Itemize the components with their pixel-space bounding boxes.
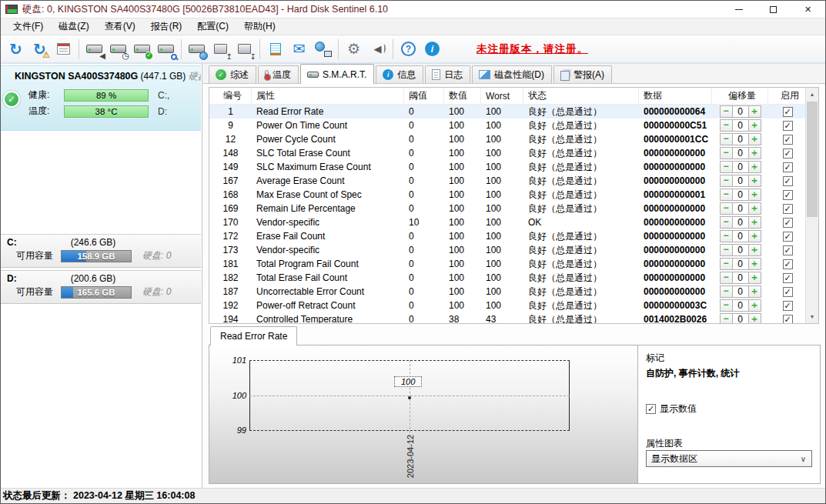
offset-increase-button[interactable]: ＋ [748, 244, 761, 256]
table-scrollbar[interactable]: ▲ ▼ [805, 88, 818, 323]
enabled-checkbox[interactable]: ✓ [783, 121, 793, 131]
scroll-down-icon[interactable]: ▼ [806, 310, 818, 323]
offset-increase-button[interactable]: ＋ [748, 299, 761, 312]
show-values-checkbox[interactable]: ✓ [646, 404, 656, 414]
remove-disk-button[interactable]: ↥ [209, 38, 232, 61]
offset-increase-button[interactable]: ＋ [748, 175, 761, 187]
table-row[interactable]: 172 Erase Fail Count 0 100 100 良好（总是通过） … [209, 229, 818, 243]
offset-decrease-button[interactable]: − [720, 258, 733, 270]
volume-c-card[interactable]: C: (246.6 GB) 可用容量 158.9 GB 硬盘: 0 [1, 234, 201, 268]
col-data[interactable]: 数据 [639, 88, 712, 104]
network-disk-button[interactable] [185, 38, 209, 61]
enabled-checkbox[interactable]: ✓ [783, 107, 793, 117]
offset-increase-button[interactable]: ＋ [748, 202, 761, 215]
table-row[interactable]: 181 Total Program Fail Count 0 100 100 良… [209, 257, 818, 271]
offset-decrease-button[interactable]: − [720, 133, 733, 145]
menu-config[interactable]: 配置(C) [189, 18, 236, 35]
tab-alerts[interactable]: 警报(A) [553, 65, 612, 83]
disk-surface-test-button[interactable] [154, 38, 178, 61]
col-value[interactable]: 数值 [444, 88, 481, 104]
col-status[interactable]: 状态 [523, 88, 639, 104]
table-row[interactable]: 192 Power-off Retract Count 0 100 100 良好… [209, 299, 818, 312]
refresh-warning-button[interactable]: ↻⚠ [28, 38, 52, 61]
offset-increase-button[interactable]: ＋ [748, 119, 761, 132]
offset-decrease-button[interactable]: − [720, 202, 733, 215]
tab-information[interactable]: i信息 [376, 65, 423, 83]
offset-decrease-button[interactable]: − [720, 161, 733, 173]
enabled-checkbox[interactable]: ✓ [783, 287, 793, 297]
help-button[interactable]: ? [396, 38, 420, 61]
settings-button[interactable]: ⚙ [342, 38, 366, 61]
enabled-checkbox[interactable]: ✓ [783, 259, 793, 269]
menu-view[interactable]: 查看(V) [97, 18, 143, 35]
offset-decrease-button[interactable]: − [720, 299, 733, 312]
disk-acoustic-button[interactable]: ◀ [82, 38, 106, 61]
enabled-checkbox[interactable]: ✓ [783, 232, 793, 242]
offset-increase-button[interactable]: ＋ [748, 230, 761, 242]
col-attribute[interactable]: 属性 [252, 88, 404, 104]
table-row[interactable]: 149 SLC Maximum Erase Count 0 100 100 良好… [209, 160, 818, 174]
info-button[interactable]: i [420, 38, 444, 61]
enabled-checkbox[interactable]: ✓ [783, 135, 793, 145]
close-button[interactable]: ✕ [791, 1, 825, 18]
attribute-chart-dropdown[interactable]: 显示数据区 ∨ [646, 450, 812, 467]
table-row[interactable]: 1 Read Error Rate 0 100 100 良好（总是通过） 000… [209, 105, 818, 118]
offset-increase-button[interactable]: ＋ [748, 216, 761, 229]
menu-file[interactable]: 文件(F) [5, 18, 51, 35]
table-row[interactable]: 148 SLC Total Erase Count 0 100 100 良好（总… [209, 146, 818, 160]
table-row[interactable]: 169 Remain Life Percentage 0 100 100 良好（… [209, 202, 818, 215]
offset-decrease-button[interactable]: − [720, 119, 733, 132]
col-threshold[interactable]: 阈值 [404, 88, 444, 104]
offset-decrease-button[interactable]: − [720, 313, 733, 324]
enabled-checkbox[interactable]: ✓ [783, 162, 793, 172]
table-row[interactable]: 9 Power On Time Count 0 100 100 良好（总是通过）… [209, 118, 818, 132]
col-offset[interactable]: 偏移量 [712, 88, 768, 104]
offset-increase-button[interactable]: ＋ [748, 285, 761, 298]
chart-tab-read-error-rate[interactable]: Read Error Rate [210, 326, 297, 345]
tab-temperature[interactable]: 温度 [258, 65, 299, 83]
table-row[interactable]: 167 Average Erase Count 0 100 100 良好（总是通… [209, 174, 818, 188]
enabled-checkbox[interactable]: ✓ [783, 315, 793, 325]
mail-button[interactable]: ✉ [287, 38, 311, 61]
offset-decrease-button[interactable]: − [720, 189, 733, 201]
offset-increase-button[interactable]: ＋ [748, 161, 761, 173]
enabled-checkbox[interactable]: ✓ [783, 273, 793, 283]
offset-increase-button[interactable]: ＋ [748, 272, 761, 284]
show-values-option[interactable]: ✓ 显示数值 [646, 402, 697, 416]
offset-increase-button[interactable]: ＋ [748, 313, 761, 324]
scroll-up-icon[interactable]: ▲ [806, 88, 818, 101]
offset-increase-button[interactable]: ＋ [748, 258, 761, 270]
maximize-button[interactable] [756, 1, 791, 18]
menu-disk[interactable]: 磁盘(Z) [51, 18, 96, 35]
notes-button[interactable] [263, 38, 287, 61]
sound-button[interactable]: ◀ [366, 38, 390, 61]
table-row[interactable]: 194 Controlled Temperature 0 38 43 良好（总是… [209, 312, 818, 324]
disk-summary-card[interactable]: KINGSTON SA400S37480G (447.1 GB) 硬盘 ✓ 健康… [1, 65, 201, 131]
enabled-checkbox[interactable]: ✓ [783, 301, 793, 311]
enabled-checkbox[interactable]: ✓ [783, 204, 793, 214]
volume-d-card[interactable]: D: (200.6 GB) 可用容量 165.6 GB 硬盘: 0 [1, 270, 201, 304]
offset-decrease-button[interactable]: − [720, 216, 733, 229]
enabled-checkbox[interactable]: ✓ [783, 218, 793, 228]
offset-increase-button[interactable]: ＋ [748, 105, 761, 118]
network-button[interactable] [311, 38, 335, 61]
offset-increase-button[interactable]: ＋ [748, 133, 761, 145]
enabled-checkbox[interactable]: ✓ [783, 149, 793, 159]
offset-decrease-button[interactable]: − [720, 105, 733, 118]
table-row[interactable]: 187 Uncorrectable Error Count 0 100 100 … [209, 285, 818, 299]
table-row[interactable]: 182 Total Erase Fail Count 0 100 100 良好（… [209, 271, 818, 285]
tab-smart[interactable]: S.M.A.R.T. [300, 64, 374, 84]
offset-decrease-button[interactable]: − [720, 272, 733, 284]
insert-disk-button[interactable]: ↧ [232, 38, 256, 61]
enabled-checkbox[interactable]: ✓ [783, 176, 793, 186]
enabled-checkbox[interactable]: ✓ [783, 190, 793, 200]
register-link[interactable]: 未注册版本，请注册。 [477, 42, 588, 56]
menu-report[interactable]: 报告(R) [143, 18, 190, 35]
table-row[interactable]: 170 Vendor-specific 10 100 100 OK 000000… [209, 215, 818, 229]
minimize-button[interactable] [721, 1, 756, 18]
offset-decrease-button[interactable]: − [720, 147, 733, 159]
report-button[interactable] [52, 38, 75, 61]
col-worst[interactable]: Worst [481, 88, 523, 104]
offset-decrease-button[interactable]: − [720, 285, 733, 298]
col-enabled[interactable]: 启用 [768, 88, 807, 104]
